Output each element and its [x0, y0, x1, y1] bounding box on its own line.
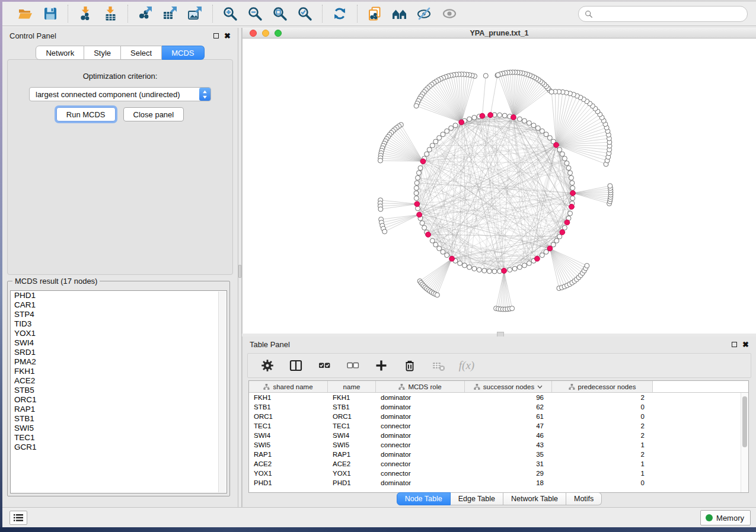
memory-button[interactable]: Memory [700, 510, 751, 525]
table-row[interactable]: YOX1YOX1connector291 [249, 469, 741, 478]
mcds-result-item[interactable]: GCR1 [11, 443, 227, 452]
table-panel-close-icon[interactable]: ✖ [742, 341, 749, 348]
tab-select[interactable]: Select [121, 46, 162, 60]
network-node[interactable] [416, 175, 420, 180]
network-node[interactable] [531, 123, 536, 128]
mcds-network-node[interactable] [560, 230, 565, 235]
network-node[interactable] [517, 265, 522, 270]
table-row[interactable]: TEC1TEC1connector472 [249, 421, 741, 431]
mcds-network-node[interactable] [488, 113, 493, 118]
mcds-result-item[interactable]: STB1 [11, 414, 227, 424]
vertical-splitter[interactable] [238, 28, 242, 507]
network-node[interactable] [441, 249, 445, 254]
mcds-network-node[interactable] [417, 212, 422, 217]
export-image-button[interactable] [186, 5, 204, 23]
network-node[interactable] [427, 148, 432, 152]
deselect-all-button[interactable] [345, 358, 361, 373]
mcds-result-item[interactable]: STP4 [11, 310, 227, 319]
open-file-button[interactable] [17, 5, 34, 23]
mcds-network-node[interactable] [449, 256, 455, 261]
network-node[interactable] [568, 211, 573, 216]
zoom-fit-button[interactable] [271, 5, 289, 23]
mcds-result-item[interactable]: PMA2 [11, 357, 227, 367]
network-node[interactable] [477, 267, 481, 272]
control-panel-float-icon[interactable] [213, 33, 219, 39]
network-node[interactable] [472, 267, 477, 271]
mcds-result-item[interactable]: YOX1 [11, 329, 227, 338]
mcds-result-item[interactable]: FKH1 [11, 367, 227, 376]
save-session-button[interactable] [42, 5, 59, 23]
mcds-result-item[interactable]: SWI5 [11, 424, 227, 433]
tab-style[interactable]: Style [84, 46, 121, 60]
mcds-result-item[interactable]: SRD1 [11, 348, 227, 357]
network-node[interactable] [437, 136, 442, 140]
mcds-network-node[interactable] [420, 159, 426, 164]
export-table-button[interactable] [161, 5, 179, 23]
mcds-network-node[interactable] [570, 191, 576, 196]
show-all-button[interactable] [441, 5, 458, 23]
network-node[interactable] [562, 225, 567, 230]
optimization-criterion-select[interactable]: largest connected component (undirected) [29, 87, 211, 101]
mcds-result-item[interactable]: TEC1 [11, 433, 227, 443]
tab-mcds[interactable]: MCDS [162, 46, 204, 60]
network-node[interactable] [569, 175, 573, 180]
network-node[interactable] [560, 152, 564, 156]
network-node[interactable] [566, 166, 571, 171]
network-node[interactable] [425, 152, 429, 156]
mcds-network-node[interactable] [414, 201, 420, 207]
network-node[interactable] [467, 265, 472, 270]
network-node[interactable] [608, 184, 613, 188]
network-node[interactable] [570, 196, 575, 201]
network-node[interactable] [416, 171, 421, 175]
network-node[interactable] [585, 263, 589, 268]
mcds-network-node[interactable] [564, 220, 570, 225]
tab-node-table[interactable]: Node Table [397, 492, 451, 505]
mcds-network-node[interactable] [547, 246, 553, 251]
table-row[interactable]: SWI4SWI4dominator462 [249, 431, 741, 440]
tab-network[interactable]: Network [36, 46, 84, 60]
network-node[interactable] [540, 129, 544, 133]
mcds-network-node[interactable] [480, 113, 485, 118]
export-network-button[interactable] [136, 5, 154, 23]
network-node[interactable] [527, 121, 531, 126]
network-node[interactable] [433, 242, 438, 247]
column-header-successor-nodes[interactable]: successor nodes [465, 381, 552, 392]
network-node[interactable] [547, 136, 552, 140]
table-row[interactable]: ORC1ORC1dominator610 [249, 412, 741, 421]
refresh-layout-button[interactable] [331, 5, 349, 23]
table-row[interactable]: PHD1PHD1dominator180 [249, 478, 741, 488]
import-network-button[interactable] [76, 5, 94, 23]
network-node[interactable] [557, 148, 562, 152]
network-node[interactable] [433, 139, 438, 144]
table-panel-float-icon[interactable] [732, 342, 737, 347]
table-scrollbar[interactable] [741, 393, 748, 492]
import-table-button[interactable] [101, 5, 119, 23]
network-node[interactable] [378, 158, 382, 163]
table-scrollbar-thumb[interactable] [742, 396, 747, 447]
control-panel-close-icon[interactable]: ✖ [224, 32, 231, 40]
network-node[interactable] [435, 293, 439, 297]
network-node[interactable] [458, 261, 462, 265]
table-row[interactable]: RAP1RAP1dominator352 [249, 450, 741, 459]
network-node[interactable] [487, 269, 492, 274]
column-layout-button[interactable] [288, 358, 304, 373]
network-node[interactable] [568, 171, 573, 175]
table-row[interactable]: FKH1FKH1dominator962 [249, 393, 741, 402]
network-node[interactable] [562, 156, 567, 161]
network-node[interactable] [378, 207, 383, 211]
network-node[interactable] [420, 221, 425, 226]
network-node[interactable] [522, 118, 527, 123]
column-header-shared-name[interactable]: shared name [249, 381, 328, 392]
mcds-result-item[interactable]: RAP1 [11, 405, 227, 414]
network-node[interactable] [382, 229, 387, 234]
select-all-button[interactable] [317, 358, 332, 373]
network-node[interactable] [522, 263, 527, 268]
network-node[interactable] [445, 253, 449, 258]
network-node[interactable] [449, 126, 454, 130]
network-node[interactable] [482, 268, 487, 273]
mcds-network-node[interactable] [554, 142, 559, 148]
network-node[interactable] [535, 126, 540, 130]
network-node[interactable] [512, 267, 517, 271]
network-node[interactable] [502, 113, 507, 118]
mcds-network-node[interactable] [459, 120, 464, 125]
